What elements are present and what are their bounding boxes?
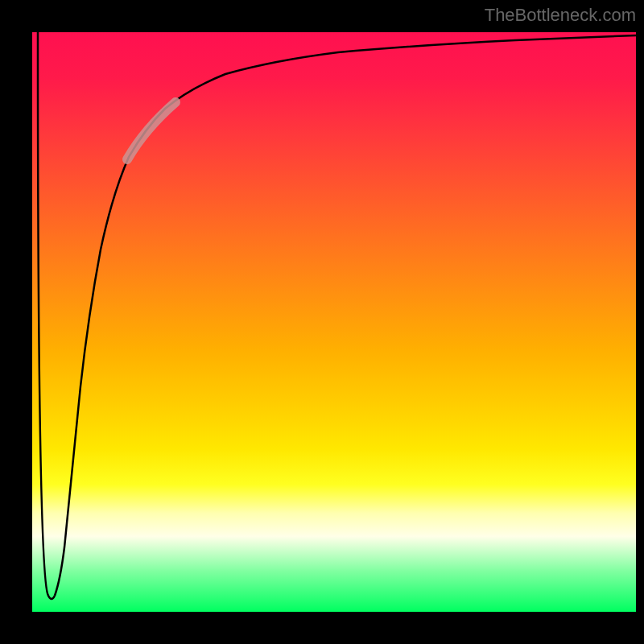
highlight-segment <box>127 102 175 159</box>
curve-segment-down <box>38 32 55 599</box>
plot-area <box>32 32 636 612</box>
attribution-text: TheBottleneck.com <box>485 5 636 26</box>
chart-curve-svg <box>32 32 636 612</box>
curve-segment-up <box>55 35 636 596</box>
